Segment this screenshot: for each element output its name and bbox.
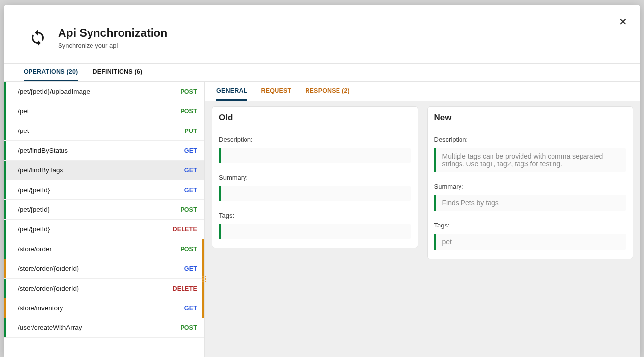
operation-method: DELETE: [172, 226, 197, 233]
old-tags-value: [219, 224, 411, 239]
panel-new: New Description: Multiple tags can be pr…: [427, 106, 634, 259]
operation-method: GET: [184, 167, 197, 174]
detail-tabs: GENERAL REQUEST RESPONSE (2): [205, 82, 640, 101]
operation-row[interactable]: /pet/findByTagsGET: [4, 161, 204, 180]
operation-row[interactable]: /pet/{petId}DELETE: [4, 220, 204, 239]
old-summary-value: [219, 186, 411, 201]
operation-row[interactable]: /user/createWithArrayPOST: [4, 318, 204, 338]
operation-method: PUT: [184, 128, 197, 134]
operation-method: POST: [180, 206, 197, 213]
operation-row[interactable]: /pet/{petId}GET: [4, 180, 204, 200]
old-summary-label: Summary:: [219, 174, 411, 181]
operation-path: /pet/findByTags: [18, 166, 63, 174]
detail-tab-general[interactable]: GENERAL: [216, 82, 247, 101]
operation-path: /pet/{petId}: [18, 206, 50, 213]
operation-row[interactable]: /petPOST: [4, 101, 204, 121]
operation-path: /user/createWithArray: [18, 324, 82, 331]
panel-old: Old Description: Summary: Tags:: [212, 106, 418, 248]
resize-handle[interactable]: [202, 276, 207, 285]
operations-list: /pet/{petId}/uploadImagePOST/petPOST/pet…: [4, 82, 205, 357]
operation-path: /pet/{petId}: [18, 186, 50, 194]
modal-header: Api Synchronization Synchronize your api: [4, 5, 640, 63]
operation-method: POST: [180, 325, 197, 331]
operation-path: /store/order/{orderId}: [18, 265, 79, 272]
panel-new-title: New: [434, 113, 626, 127]
operation-method: GET: [184, 187, 197, 194]
modal-title: Api Synchronization: [58, 27, 167, 40]
operation-row[interactable]: /store/order/{orderId}GET: [4, 259, 204, 279]
detail-pane: GENERAL REQUEST RESPONSE (2) Old Descrip…: [205, 82, 640, 357]
operation-row[interactable]: /store/orderPOST: [4, 239, 204, 259]
close-icon[interactable]: ✕: [619, 16, 627, 28]
new-description-label: Description:: [434, 136, 626, 143]
operation-method: POST: [180, 108, 197, 115]
old-description-value: [219, 148, 411, 163]
operation-method: GET: [184, 147, 197, 154]
modal-subtitle: Synchronize your api: [58, 42, 167, 49]
new-description-value: Multiple tags can be provided with comma…: [434, 148, 626, 172]
new-tags-value: pet: [434, 234, 626, 250]
panel-old-title: Old: [219, 113, 411, 127]
operation-row[interactable]: /petPUT: [4, 121, 204, 141]
operation-method: POST: [180, 88, 197, 95]
operation-path: /pet: [18, 127, 29, 134]
operation-path: /store/order/{orderId}: [18, 285, 79, 292]
detail-tab-response[interactable]: RESPONSE (2): [305, 82, 350, 101]
operation-path: /pet: [18, 107, 29, 115]
operation-path: /store/inventory: [18, 304, 63, 312]
operation-method: POST: [180, 246, 197, 253]
operation-row[interactable]: /pet/findByStatusGET: [4, 141, 204, 161]
new-summary-value: Finds Pets by tags: [434, 195, 626, 211]
detail-tab-request[interactable]: REQUEST: [261, 82, 292, 101]
operation-method: GET: [184, 265, 197, 272]
sync-icon: [29, 29, 47, 47]
operation-method: GET: [184, 305, 197, 312]
operation-path: /pet/findByStatus: [18, 147, 68, 154]
operation-method: DELETE: [172, 285, 197, 292]
operation-row[interactable]: /pet/{petId}POST: [4, 200, 204, 220]
top-tabs: OPERATIONS (20) DEFINITIONS (6): [4, 63, 640, 82]
old-description-label: Description:: [219, 136, 411, 143]
operation-path: /pet/{petId}: [18, 226, 50, 233]
tab-operations[interactable]: OPERATIONS (20): [24, 64, 78, 81]
new-summary-label: Summary:: [434, 183, 626, 190]
operation-row[interactable]: /store/inventoryGET: [4, 298, 204, 318]
tab-definitions[interactable]: DEFINITIONS (6): [92, 64, 142, 81]
operation-row[interactable]: /store/order/{orderId}DELETE: [4, 279, 204, 298]
old-tags-label: Tags:: [219, 212, 411, 219]
new-tags-label: Tags:: [434, 222, 626, 229]
operation-row[interactable]: /pet/{petId}/uploadImagePOST: [4, 82, 204, 101]
operation-path: /pet/{petId}/uploadImage: [18, 88, 90, 95]
api-sync-modal: ✕ Api Synchronization Synchronize your a…: [4, 5, 640, 357]
operation-path: /store/order: [18, 245, 52, 253]
